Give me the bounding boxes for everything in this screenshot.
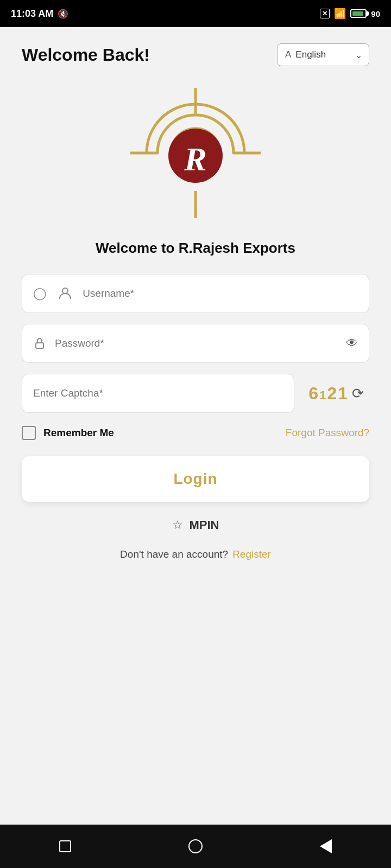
register-link[interactable]: Register — [232, 548, 271, 560]
status-bar: 11:03 AM 🔇 ✕ 📶 90 — [0, 0, 391, 27]
login-button[interactable]: Login — [22, 456, 369, 502]
captcha-chars: 6 1 2 1 — [308, 384, 348, 404]
language-select-button[interactable]: A English ⌄ — [277, 43, 369, 66]
register-prompt: Don't have an account? — [120, 548, 228, 560]
login-button-wrapper: Login — [22, 456, 369, 502]
password-input[interactable] — [55, 337, 337, 349]
home-icon — [188, 839, 203, 853]
welcome-company-text: Welcome to R.Rajesh Exports — [22, 240, 369, 257]
remember-me-label: Remember Me — [43, 427, 114, 439]
register-row: Don't have an account? Register — [22, 548, 369, 560]
refresh-captcha-icon[interactable]: ⟳ — [352, 385, 364, 402]
chevron-down-icon: ⌄ — [355, 50, 362, 60]
person-icon — [59, 287, 72, 300]
svg-rect-7 — [36, 343, 43, 348]
username-field-wrapper: ◯ — [22, 274, 369, 313]
captcha-row: 6 1 2 1 ⟳ — [22, 374, 369, 413]
status-bar-right: ✕ 📶 90 — [320, 8, 380, 20]
lock-icon — [33, 337, 46, 350]
time-display: 11:03 AM — [11, 8, 53, 20]
header-row: Welcome Back! A English ⌄ — [22, 43, 369, 66]
language-a-label: A — [285, 49, 291, 60]
nav-recents-button[interactable] — [52, 833, 79, 860]
battery-fill — [352, 11, 363, 16]
logo-area: R — [22, 82, 369, 224]
recents-icon — [59, 840, 71, 852]
password-field-wrapper: 👁 — [22, 324, 369, 363]
sim-icon: ✕ — [320, 9, 330, 18]
user-icon: ◯ — [33, 286, 50, 301]
battery-icon — [350, 9, 367, 18]
remember-left: Remember Me — [22, 426, 114, 440]
mute-icon: 🔇 — [58, 9, 68, 19]
login-form: ◯ 👁 6 1 2 — [22, 274, 369, 502]
captcha-input[interactable] — [33, 387, 283, 399]
captcha-input-wrapper — [22, 374, 294, 413]
status-bar-left: 11:03 AM 🔇 — [11, 8, 68, 20]
forgot-password-link[interactable]: Forgot Password? — [286, 427, 369, 439]
bottom-nav-bar — [0, 825, 391, 868]
battery-percent: 90 — [371, 9, 380, 18]
eye-icon[interactable]: 👁 — [346, 336, 358, 350]
remember-me-checkbox[interactable] — [22, 426, 36, 440]
svg-point-6 — [62, 288, 68, 293]
username-input[interactable] — [83, 288, 358, 299]
mpin-label: MPIN — [190, 518, 219, 532]
captcha-char-2: 2 — [327, 384, 337, 404]
language-label: English — [295, 49, 326, 60]
nav-home-button[interactable] — [182, 833, 209, 860]
svg-text:R: R — [184, 141, 206, 177]
captcha-char-6: 6 — [308, 384, 318, 404]
captcha-char-1: 1 — [319, 388, 326, 403]
captcha-display: 6 1 2 1 ⟳ — [303, 384, 369, 404]
mpin-row[interactable]: ☆ MPIN — [22, 518, 369, 532]
welcome-back-title: Welcome Back! — [22, 45, 150, 65]
wifi-icon: 📶 — [334, 8, 346, 20]
app-logo: R — [125, 82, 266, 224]
back-icon — [320, 839, 332, 853]
remember-row: Remember Me Forgot Password? — [22, 426, 369, 440]
star-icon: ☆ — [172, 518, 183, 532]
main-content: Welcome Back! A English ⌄ — [0, 27, 391, 825]
nav-back-button[interactable] — [312, 833, 339, 860]
captcha-char-last: 1 — [338, 384, 348, 404]
